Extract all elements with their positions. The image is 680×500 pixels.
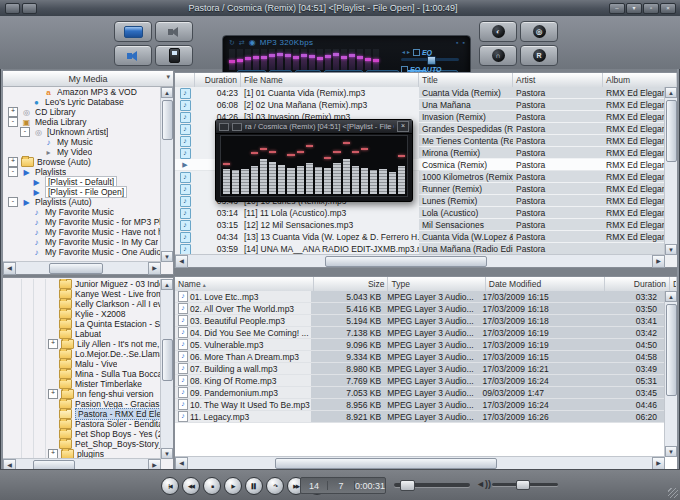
folder-item[interactable]: Labuat	[4, 329, 161, 339]
scroll-up-arrow[interactable]: ▲	[665, 291, 677, 302]
tree-expander[interactable]: -	[8, 197, 18, 207]
title-bar[interactable]: Pastora / Cosmica (Remix) [04:51] <[Play…	[0, 0, 680, 17]
folder-item[interactable]: La Quinta Estacion - Sin fre	[4, 319, 161, 329]
folder-item[interactable]: Pastora Soler - Bendita loc	[4, 419, 161, 429]
scroll-down-arrow[interactable]: ▼	[161, 448, 173, 459]
eq-band-slider[interactable]	[277, 49, 283, 70]
tree-expander[interactable]: -	[8, 167, 18, 177]
eq-band-slider[interactable]	[317, 49, 323, 70]
column-header-duration[interactable]: Duration	[195, 73, 241, 87]
volume-thumb[interactable]	[516, 480, 530, 490]
files-vscrollbar[interactable]: ▲ ▼	[664, 291, 677, 457]
eq-band-thumb[interactable]	[333, 53, 339, 56]
column-header-gutter[interactable]	[175, 73, 195, 87]
mini-menu-icon[interactable]	[219, 123, 229, 131]
media-tree-vscrollbar[interactable]: ▲ ▼	[160, 87, 173, 262]
sidebar-item[interactable]: ●Leo's Lyric Database	[4, 97, 161, 107]
file-row[interactable]: ♪08. King Of Rome.mp37.769 KBMPEG Layer …	[175, 375, 666, 387]
folder-item[interactable]: Kelly Clarkson - All I ever w	[4, 299, 161, 309]
column-header-duration[interactable]: Duration	[605, 277, 670, 291]
eq-preamp-slider[interactable]	[401, 58, 459, 61]
mini-title-bar[interactable]: ra / Cosmica (Remix) [04:51] <[Playlist …	[216, 120, 412, 134]
eq-band-thumb[interactable]	[317, 57, 323, 60]
scroll-thumb[interactable]	[325, 256, 487, 267]
eq-band-slider[interactable]	[373, 49, 379, 70]
maximize-button[interactable]: ▫	[643, 3, 659, 14]
seek-slider[interactable]	[394, 483, 470, 487]
file-row[interactable]: ♪04. Did You See Me Coming! ...7.138 KBM…	[175, 327, 666, 339]
sidebar-item[interactable]: -▣Media Library	[4, 117, 161, 127]
previous-button[interactable]: |◀	[161, 477, 179, 495]
headphones-button[interactable]: ∩	[479, 45, 517, 66]
scroll-left-arrow[interactable]: ◀	[175, 255, 188, 268]
column-header-artist[interactable]: Artist	[513, 73, 603, 87]
eq-band-slider[interactable]	[309, 49, 315, 70]
mute-button[interactable]	[155, 21, 193, 42]
scroll-right-arrow[interactable]: ▶	[652, 255, 665, 268]
eq-band-slider[interactable]	[245, 49, 251, 70]
play-button[interactable]: ▶	[224, 477, 242, 495]
scroll-down-arrow[interactable]: ▼	[665, 446, 677, 457]
sidebar-item[interactable]: ♪My Favorite Music - for MP3 Player (1G	[4, 217, 161, 227]
eq-band-thumb[interactable]	[293, 56, 299, 59]
eq-band-slider[interactable]	[237, 49, 243, 70]
eq-band-thumb[interactable]	[365, 58, 371, 61]
eq-band-slider[interactable]	[365, 49, 371, 70]
column-header-name[interactable]: Name▴	[175, 277, 314, 291]
file-row[interactable]: ♪03. Beautiful People.mp35.194 KBMPEG La…	[175, 315, 666, 327]
mini-shade-icon[interactable]	[232, 123, 242, 131]
folder-item[interactable]: Mina - Sulla Tua Bocca Lo D	[4, 369, 161, 379]
eq-band-slider[interactable]	[269, 49, 275, 70]
scroll-left-arrow[interactable]: ◀	[3, 262, 16, 275]
sidebar-item[interactable]: ♪My Favorite Music - One Audio CD	[4, 247, 161, 257]
scroll-thumb[interactable]	[275, 458, 497, 469]
repeat-icon[interactable]: ↻	[229, 39, 235, 47]
eq-band-thumb[interactable]	[341, 56, 347, 59]
tree-expander[interactable]: -	[8, 117, 18, 127]
file-row[interactable]: ♪10. The Way It Used To Be.mp38.956 KBMP…	[175, 399, 666, 411]
open-button[interactable]: ↷	[266, 477, 284, 495]
column-header-date-modified[interactable]: Date Modified	[486, 277, 606, 291]
eq-band-slider[interactable]	[253, 49, 259, 70]
show-player-button[interactable]	[114, 21, 152, 42]
folder-item[interactable]: Pastora - RMX Ed Elegant D	[4, 409, 161, 419]
sidebar-item[interactable]: ♪My Favorite Music	[4, 207, 161, 217]
file-row[interactable]: ♪02. All Over The World.mp35.416 KBMPEG …	[175, 303, 666, 315]
playlist-row[interactable]: ♪06:08[2] 02 Una Mañana (Remix).mp3Una M…	[175, 99, 666, 111]
tree-expander[interactable]: +	[48, 339, 58, 349]
scroll-right-arrow[interactable]: ▶	[148, 262, 161, 275]
eq-band-slider[interactable]	[229, 49, 235, 70]
eq-band-thumb[interactable]	[245, 57, 251, 60]
scroll-thumb[interactable]	[162, 100, 173, 140]
equalizer-bars[interactable]	[229, 49, 397, 70]
close-button[interactable]: ×	[660, 3, 676, 14]
eq-band-thumb[interactable]	[325, 55, 331, 58]
eq-band-thumb[interactable]	[301, 54, 307, 57]
eq-band-thumb[interactable]	[277, 53, 283, 56]
sidebar-item[interactable]: aAmazon MP3 & VOD	[4, 87, 161, 97]
eq-band-thumb[interactable]	[357, 56, 363, 59]
window-menu-button[interactable]	[22, 3, 37, 14]
folder-item[interactable]: Mister Timberlake	[4, 379, 161, 389]
media-pane-header[interactable]: My Media ▾	[3, 71, 173, 87]
sidebar-item[interactable]: ▶[Playlist - File Open]	[4, 187, 161, 197]
eq-band-slider[interactable]	[349, 49, 355, 70]
column-header-size[interactable]: Size	[314, 277, 389, 291]
shuffle-icon[interactable]: ⇄	[239, 39, 245, 47]
sidebar-item[interactable]: ♪My Music	[4, 137, 161, 147]
playlist-row[interactable]: ♪04:34[13] 13 Cuanta Vida (W. Lopez & D.…	[175, 231, 666, 243]
main-menu-button[interactable]	[5, 3, 20, 14]
eq-band-slider[interactable]	[301, 49, 307, 70]
resize-grip[interactable]	[668, 488, 678, 498]
sidebar-item[interactable]: ♪My Favorite Music - In My Car	[4, 237, 161, 247]
media-tree-hscrollbar[interactable]: ◀ ▶	[3, 261, 161, 274]
folder-item[interactable]: Pet Shop Boys - Yes (2009	[4, 429, 161, 439]
scroll-right-arrow[interactable]: ▶	[652, 457, 665, 470]
sidebar-item[interactable]: -◎[Unknown Artist]	[4, 127, 161, 137]
folder-item[interactable]: Kanye West - Live from VH	[4, 289, 161, 299]
eq-on-checkbox[interactable]	[413, 49, 420, 56]
scroll-down-arrow[interactable]: ▼	[665, 244, 677, 255]
folder-item[interactable]: +nn feng-shui version	[4, 389, 161, 399]
eq-band-slider[interactable]	[325, 49, 331, 70]
eq-band-thumb[interactable]	[229, 60, 235, 63]
